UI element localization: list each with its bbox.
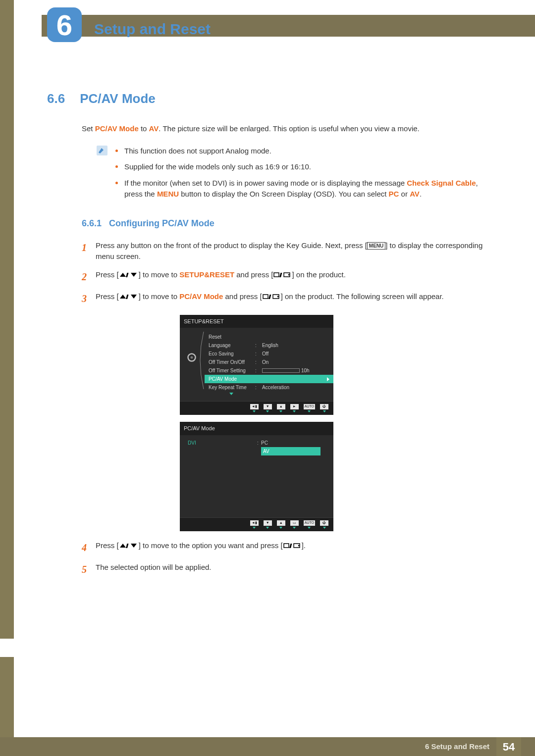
gear-icon (187, 353, 197, 362)
nav-back-icon: ◄▮ (250, 404, 259, 412)
nav-down-icon: ▼ (264, 520, 272, 529)
note-item: Supplied for the wide models only such a… (115, 161, 483, 173)
svg-marker-8 (120, 295, 126, 299)
osd-row-offtimer-setting: Off Timer Setting (209, 367, 255, 374)
subsection-title: Configuring PC/AV Mode (109, 218, 214, 228)
osd-pcav-mode: PC/AV Mode DVI:PC AV ◄▮ ▼ ▲ ▭ AUTO ⏻ (180, 422, 333, 531)
up-down-icon (119, 292, 139, 301)
chapter-badge: 6 (47, 7, 82, 42)
svg-rect-20 (284, 544, 289, 548)
nav-auto-button: AUTO (304, 404, 315, 412)
section-number: 6.6 (47, 91, 65, 106)
svg-rect-11 (263, 295, 268, 299)
section-title: PC/AV Mode (80, 91, 156, 106)
nav-up-icon: ▲ (277, 520, 285, 529)
nav-down-icon: ▼ (264, 404, 272, 412)
left-strip (0, 0, 14, 639)
osd2-row-dvi: DVI:PC (188, 439, 329, 447)
osd-title: PC/AV Mode (180, 422, 333, 435)
note-block: This function does not support Analog mo… (97, 146, 483, 205)
section-heading: 6.6PC/AV Mode (47, 89, 483, 108)
osd-title: SETUP&RESET (180, 315, 333, 328)
step-2: 2 Press [] to move to SETUP&RESET and pr… (82, 269, 483, 284)
svg-point-16 (191, 356, 193, 359)
footer-crumb: 6 Setup and Reset (425, 741, 489, 753)
nav-back-icon: ◄▮ (250, 520, 259, 529)
enter-icon (273, 270, 292, 279)
svg-rect-4 (274, 273, 279, 277)
osd-row-language: Language (209, 342, 255, 349)
intro-text: Set PC/AV Mode to AV. The picture size w… (82, 123, 483, 135)
svg-marker-3 (131, 273, 137, 277)
osd-row-pcav-selected: PC/AV Mode (205, 375, 333, 383)
osd-nav-bar: ◄▮ ▼ ▲ ► AUTO ⏻ (180, 401, 333, 415)
chevron-right-icon (327, 377, 329, 381)
osd-setup-reset: SETUP&RESET Reset Language:English Eco S… (180, 315, 333, 415)
footer-bar: 6 Setup and Reset 54 (0, 737, 535, 756)
up-down-icon (119, 541, 139, 550)
svg-rect-12 (268, 295, 271, 299)
osd-row-offtimer: Off Timer On/Off (209, 358, 255, 366)
note-icon (97, 146, 108, 155)
subsection-heading: 6.6.1 Configuring PC/AV Mode (82, 217, 483, 230)
osd-row-keyrepeat: Key Repeat Time (209, 384, 255, 391)
enter-icon (283, 541, 302, 550)
menu-key-icon: MENU (367, 242, 385, 250)
note-item: If the monitor (when set to DVI) is in p… (115, 178, 483, 200)
nav-enter-icon: ▭ (290, 520, 299, 529)
osd2-option-av: AV (261, 447, 321, 455)
nav-auto-button: AUTO (304, 520, 315, 529)
up-down-icon (119, 270, 139, 279)
svg-rect-9 (126, 295, 128, 299)
page-number: 54 (496, 737, 521, 756)
svg-marker-19 (131, 544, 137, 548)
svg-rect-18 (126, 544, 128, 548)
osd-row-reset: Reset (209, 333, 255, 341)
step-3: 3 Press [] to move to PC/AV Mode and pre… (82, 291, 483, 306)
selection-arc (196, 331, 205, 390)
osd2-popup: AV (261, 447, 321, 455)
step-1: 1 Press any button on the front of the p… (82, 240, 483, 262)
svg-marker-1 (120, 273, 126, 277)
svg-rect-21 (289, 544, 292, 548)
svg-marker-17 (120, 544, 126, 548)
nav-power-icon: ⏻ (320, 404, 328, 412)
svg-rect-2 (126, 273, 128, 277)
chevron-down-icon (229, 393, 233, 395)
nav-right-icon: ► (290, 404, 299, 412)
step-4: 4 Press [] to move to the option you wan… (82, 540, 483, 555)
osd-nav-bar: ◄▮ ▼ ▲ ▭ AUTO ⏻ (180, 517, 333, 531)
subsection-number: 6.6.1 (82, 218, 102, 228)
enter-icon (262, 292, 281, 301)
step-5: 5 The selected option will be applied. (82, 562, 483, 577)
osd-row-eco: Eco Saving (209, 350, 255, 357)
chapter-title: Setup and Reset (94, 18, 211, 40)
svg-marker-10 (131, 295, 137, 299)
svg-rect-5 (280, 273, 282, 277)
nav-power-icon: ⏻ (320, 520, 328, 529)
note-item: This function does not support Analog mo… (115, 146, 483, 157)
nav-up-icon: ▲ (277, 404, 285, 412)
